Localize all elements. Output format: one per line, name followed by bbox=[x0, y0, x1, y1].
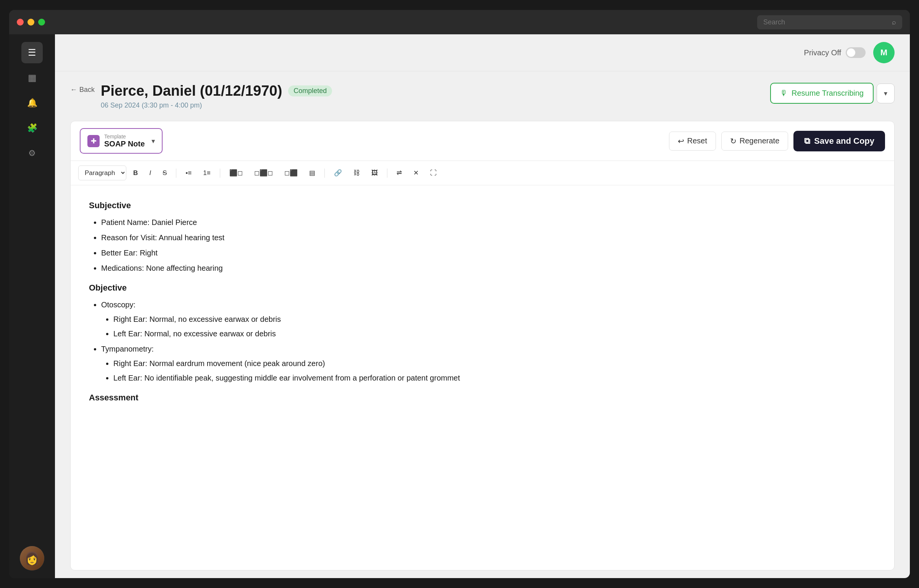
subjective-list: Patient Name: Daniel Pierce Reason for V… bbox=[89, 216, 876, 274]
search-input[interactable] bbox=[763, 18, 888, 26]
avatar-image: 👩 bbox=[20, 546, 44, 570]
note-actions: ↩ Reset ↻ Regenerate ⧉ Save and Copy bbox=[669, 131, 885, 151]
template-text: Template SOAP Note bbox=[104, 134, 145, 148]
list-item: Reason for Visit: Annual hearing test bbox=[101, 232, 876, 243]
traffic-lights bbox=[17, 19, 45, 26]
back-arrow-icon: ← bbox=[70, 86, 77, 94]
clear-format-button[interactable]: ✕ bbox=[409, 166, 423, 180]
toolbar-divider-2 bbox=[220, 168, 220, 178]
sidebar-item-settings[interactable]: ⚙ bbox=[21, 143, 43, 164]
strikethrough-button[interactable]: S bbox=[158, 166, 171, 180]
assessment-heading: Assessment bbox=[89, 393, 876, 403]
sidebar-item-menu[interactable]: ☰ bbox=[21, 42, 43, 63]
dropdown-button[interactable]: ▾ bbox=[877, 84, 895, 103]
privacy-toggle-switch[interactable] bbox=[846, 47, 866, 58]
align-center-button[interactable]: ◻⬛◻ bbox=[250, 166, 277, 180]
bold-button[interactable]: B bbox=[129, 166, 143, 180]
align-left-button[interactable]: ⬛◻ bbox=[225, 166, 247, 180]
bullet-list-button[interactable]: •≡ bbox=[181, 166, 196, 180]
objective-heading: Objective bbox=[89, 283, 876, 293]
document-content[interactable]: Subjective Patient Name: Daniel Pierce R… bbox=[71, 185, 894, 570]
patient-back-container: ← Back Pierce, Daniel (01/12/1970) Compl… bbox=[70, 83, 332, 110]
user-avatar-sidebar[interactable]: 👩 bbox=[20, 546, 44, 570]
otoscopy-sublist: Right Ear: Normal, no excessive earwax o… bbox=[101, 313, 876, 339]
editor-toolbar: Paragraph B I S •≡ 1≡ ⬛◻ ◻⬛◻ ◻⬛ ▤ 🔗 ⛓ bbox=[71, 161, 894, 185]
template-chevron-icon: ▾ bbox=[152, 137, 155, 145]
status-badge: Completed bbox=[288, 86, 332, 97]
template-icon: ✚ bbox=[88, 135, 100, 147]
note-area: ✚ Template SOAP Note ▾ ↩ Reset bbox=[70, 121, 895, 570]
close-button[interactable] bbox=[17, 19, 24, 26]
top-bar: Privacy Off M bbox=[55, 34, 910, 71]
settings-icon: ⚙ bbox=[28, 148, 36, 158]
align-justify-button[interactable]: ▤ bbox=[305, 166, 320, 180]
resume-transcribing-button[interactable]: 🎙 Resume Transcribing bbox=[770, 83, 874, 104]
titlebar: ⌕ bbox=[9, 10, 910, 34]
app-body: ☰ ▦ 🔔 🧩 ⚙ 👩 Privacy Off bbox=[9, 34, 910, 578]
copy-icon: ⧉ bbox=[804, 136, 810, 146]
regenerate-icon: ↻ bbox=[730, 137, 737, 146]
fullscreen-button[interactable] bbox=[38, 19, 45, 26]
align-right-button[interactable]: ◻⬛ bbox=[280, 166, 302, 180]
list-item: Left Ear: No identifiable peak, suggesti… bbox=[113, 372, 876, 384]
regenerate-button[interactable]: ↻ Regenerate bbox=[721, 132, 788, 150]
menu-icon: ☰ bbox=[28, 47, 36, 58]
search-bar[interactable]: ⌕ bbox=[757, 15, 902, 29]
main-content: Privacy Off M ← Back Pierce, Daniel ( bbox=[55, 34, 910, 578]
fullscreen-editor-button[interactable]: ⛶ bbox=[426, 166, 441, 180]
list-item: Otoscopy: Right Ear: Normal, no excessiv… bbox=[101, 299, 876, 339]
patient-info: Pierce, Daniel (01/12/1970) Completed 06… bbox=[101, 83, 332, 110]
template-selector[interactable]: ✚ Template SOAP Note ▾ bbox=[80, 128, 162, 153]
list-item: Left Ear: Normal, no excessive earwax or… bbox=[113, 328, 876, 339]
unlink-button[interactable]: ⛓ bbox=[349, 166, 365, 180]
link-button[interactable]: 🔗 bbox=[329, 166, 347, 180]
sidebar-item-calendar[interactable]: ▦ bbox=[21, 67, 43, 89]
list-item: Right Ear: Normal, no excessive earwax o… bbox=[113, 313, 876, 325]
chevron-down-icon: ▾ bbox=[884, 90, 887, 97]
horizontal-rule-button[interactable]: ⇌ bbox=[392, 166, 407, 180]
bell-icon: 🔔 bbox=[27, 98, 37, 108]
tympanometry-sublist: Right Ear: Normal eardrum movement (nice… bbox=[101, 358, 876, 384]
reset-icon: ↩ bbox=[678, 137, 684, 146]
list-item: Patient Name: Daniel Pierce bbox=[101, 216, 876, 228]
list-item: Medications: None affecting hearing bbox=[101, 262, 876, 274]
puzzle-icon: 🧩 bbox=[27, 123, 37, 133]
sidebar-item-integrations[interactable]: 🧩 bbox=[21, 118, 43, 139]
subjective-heading: Subjective bbox=[89, 200, 876, 210]
reset-button[interactable]: ↩ Reset bbox=[669, 132, 716, 150]
minimize-button[interactable] bbox=[28, 19, 34, 26]
template-toolbar: ✚ Template SOAP Note ▾ ↩ Reset bbox=[71, 121, 894, 161]
privacy-toggle-container: Privacy Off bbox=[804, 47, 866, 58]
privacy-label: Privacy Off bbox=[804, 48, 841, 57]
sidebar-item-notifications[interactable]: 🔔 bbox=[21, 92, 43, 114]
paragraph-select[interactable]: Paragraph bbox=[78, 165, 126, 180]
toolbar-divider-3 bbox=[324, 168, 325, 178]
list-item: Tympanometry: Right Ear: Normal eardrum … bbox=[101, 343, 876, 384]
search-icon: ⌕ bbox=[892, 18, 896, 26]
ordered-list-button[interactable]: 1≡ bbox=[198, 166, 215, 180]
list-item: Better Ear: Right bbox=[101, 247, 876, 258]
mac-window: ⌕ ☰ ▦ 🔔 🧩 ⚙ 👩 bbox=[9, 10, 910, 578]
objective-list: Otoscopy: Right Ear: Normal, no excessiv… bbox=[89, 299, 876, 384]
back-button[interactable]: ← Back bbox=[70, 86, 95, 94]
calendar-icon: ▦ bbox=[28, 73, 37, 83]
microphone-icon: 🎙 bbox=[780, 89, 788, 98]
user-avatar-topbar[interactable]: M bbox=[873, 42, 895, 63]
italic-button[interactable]: I bbox=[145, 166, 156, 180]
list-item: Right Ear: Normal eardrum movement (nice… bbox=[113, 358, 876, 369]
patient-header: ← Back Pierce, Daniel (01/12/1970) Compl… bbox=[55, 71, 910, 121]
patient-actions: 🎙 Resume Transcribing ▾ bbox=[770, 83, 895, 104]
patient-name: Pierce, Daniel (01/12/1970) Completed bbox=[101, 83, 332, 99]
toolbar-divider-1 bbox=[176, 168, 176, 178]
toolbar-divider-4 bbox=[387, 168, 387, 178]
sidebar: ☰ ▦ 🔔 🧩 ⚙ 👩 bbox=[9, 34, 55, 578]
image-button[interactable]: 🖼 bbox=[367, 166, 383, 180]
patient-date: 06 Sep 2024 (3:30 pm - 4:00 pm) bbox=[101, 102, 332, 110]
save-copy-button[interactable]: ⧉ Save and Copy bbox=[793, 131, 885, 151]
